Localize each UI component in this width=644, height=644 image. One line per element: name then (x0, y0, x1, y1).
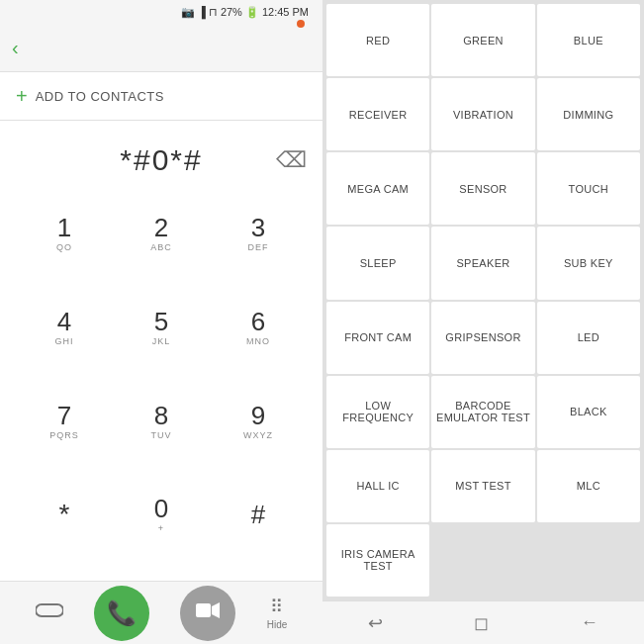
signal-icon: ▐ (198, 6, 206, 18)
hide-label: Hide (267, 619, 288, 630)
add-contacts-label: ADD TO CONTACTS (36, 89, 164, 104)
numpad-letters-2: ABC (150, 242, 172, 252)
numpad-letters-5: JKL (152, 336, 171, 346)
numpad-digit-hash: # (251, 500, 265, 529)
grid-item-mst-test[interactable]: MST TEST (431, 450, 534, 522)
numpad-digit-3: 3 (251, 215, 265, 240)
battery-text: 27% (221, 6, 242, 18)
numpad-letters-4: GHI (54, 336, 73, 346)
status-bar: 📷 ▐ ⊓ 27% 🔋 12:45 PM (0, 0, 322, 24)
numpad-letters-9: WXYZ (243, 430, 273, 440)
numpad-letters-8: TUV (151, 430, 172, 440)
numpad-key-5[interactable]: 5 JKL (113, 292, 210, 363)
grid-item-receiver[interactable]: RECEIVER (326, 78, 429, 150)
hash-button[interactable]: # (251, 502, 265, 527)
grid-item-dimming[interactable]: DIMMING (537, 78, 640, 150)
grid-item-green[interactable]: GREEN (431, 4, 534, 76)
grid-item-sub-key[interactable]: SUB KEY (537, 227, 640, 299)
dialer-area: *#0*# ⌫ 1 QO 2 ABC 3 DEF 4 GHI (0, 121, 322, 644)
numpad-digit-5: 5 (154, 309, 168, 334)
grid-item-mlc[interactable]: MLC (537, 450, 640, 522)
grid-item-sensor[interactable]: SENSOR (431, 152, 534, 225)
video-icon (196, 601, 220, 624)
numpad-key-8[interactable]: 8 TUV (113, 386, 210, 457)
top-bar: ‹ (0, 24, 322, 71)
voicemail-button[interactable] (36, 600, 63, 626)
grid-item-mega-cam[interactable]: MEGA CAM (326, 152, 429, 225)
numpad-digit-0: 0 (154, 496, 168, 521)
right-panel: REDGREENBLUERECEIVERVIBRATIONDIMMINGMEGA… (322, 0, 644, 644)
numpad-letters-6: MNO (246, 336, 270, 346)
numpad-digit-4: 4 (57, 309, 71, 334)
numpad-letters-0: + (158, 523, 164, 533)
grid-item-gripsensor[interactable]: GRIPSENSOR (431, 302, 534, 374)
numpad-digit-2: 2 (154, 215, 168, 240)
numpad-key-6[interactable]: 6 MNO (210, 292, 307, 363)
svg-marker-3 (212, 602, 220, 618)
svg-rect-2 (196, 603, 211, 617)
time-display: 12:45 PM (262, 6, 309, 18)
call-button[interactable]: 📞 (94, 586, 149, 641)
voicemail-icon (36, 600, 63, 626)
numpad-key-4[interactable]: 4 GHI (16, 292, 113, 363)
right-nav: ↩ ◻ ← (322, 600, 644, 644)
grid-item-led[interactable]: LED (537, 302, 640, 374)
grid-item-iris-camera-test[interactable]: IRIS CAMERA TEST (326, 524, 429, 597)
numpad-digit-8: 8 (154, 403, 168, 428)
status-icon-area: 📷 ▐ ⊓ 27% 🔋 12:45 PM (10, 6, 313, 19)
numpad-digit-1: 1 (57, 215, 71, 240)
numpad-letters-7: PQRS (49, 430, 79, 440)
numpad-letters-3: DEF (248, 242, 269, 252)
numpad-key-7[interactable]: 7 PQRS (16, 386, 113, 457)
svg-rect-0 (36, 604, 63, 616)
grid-item-hall-ic[interactable]: HALL IC (326, 450, 429, 522)
numpad-key-9[interactable]: 9 WXYZ (210, 386, 307, 457)
grid-item-front-cam[interactable]: FRONT CAM (326, 302, 429, 374)
grid-item-sleep[interactable]: SLEEP (326, 227, 429, 299)
numpad-key-star[interactable]: * (16, 479, 113, 550)
hide-button[interactable]: ⠿ Hide (267, 596, 288, 630)
numpad-digit-star: * (59, 501, 70, 528)
grid-item-vibration[interactable]: VIBRATION (431, 78, 534, 150)
numpad-key-0[interactable]: 0 + (113, 479, 210, 550)
bottom-actions: 📞 ⠿ Hide (0, 581, 322, 644)
nav-back-icon[interactable]: ↩ (368, 612, 383, 634)
numpad-key-hash[interactable]: # (210, 479, 307, 550)
grid-item-barcode-emulator-test[interactable]: BARCODE EMULATOR TEST (431, 376, 534, 448)
numpad-digit-6: 6 (251, 309, 265, 334)
notification-dot (297, 20, 305, 28)
numpad-key-1[interactable]: 1 QO (16, 198, 113, 269)
backspace-button[interactable]: ⌫ (276, 147, 307, 173)
numpad-key-3[interactable]: 3 DEF (210, 198, 307, 269)
grid-item-red[interactable]: RED (326, 4, 429, 76)
left-panel: 📷 ▐ ⊓ 27% 🔋 12:45 PM ‹ + ADD TO CONTACTS… (0, 0, 322, 644)
numpad: 1 QO 2 ABC 3 DEF 4 GHI 5 JKL 6 MNO (0, 190, 322, 581)
dial-input-row: *#0*# ⌫ (0, 131, 322, 190)
nav-home-icon[interactable]: ◻ (474, 612, 489, 634)
add-contacts-row[interactable]: + ADD TO CONTACTS (0, 71, 322, 121)
numpad-digit-9: 9 (251, 403, 265, 428)
battery-icon: 🔋 (245, 6, 259, 19)
numpad-key-2[interactable]: 2 ABC (113, 198, 210, 269)
numpad-digit-7: 7 (57, 403, 71, 428)
numpad-letters-1: QO (56, 242, 72, 252)
hide-dots-icon: ⠿ (270, 596, 283, 617)
back-button[interactable]: ‹ (12, 37, 19, 59)
wifi-icon: ⊓ (209, 6, 218, 19)
grid-container: REDGREENBLUERECEIVERVIBRATIONDIMMINGMEGA… (322, 0, 644, 600)
grid-item-touch[interactable]: TOUCH (537, 152, 640, 225)
grid-item-black[interactable]: BLACK (537, 376, 640, 448)
call-icon: 📞 (107, 599, 137, 627)
add-contacts-plus-icon: + (16, 85, 28, 108)
media-icon: 📷 (181, 6, 195, 19)
dial-input-display: *#0*# (16, 143, 307, 177)
grid-item-blue[interactable]: BLUE (537, 4, 640, 76)
video-call-button[interactable] (180, 586, 235, 641)
grid-item-low-frequency[interactable]: LOW FREQUENCY (326, 376, 429, 448)
grid-item-speaker[interactable]: SPEAKER (431, 227, 534, 299)
nav-recent-icon[interactable]: ← (581, 612, 598, 633)
